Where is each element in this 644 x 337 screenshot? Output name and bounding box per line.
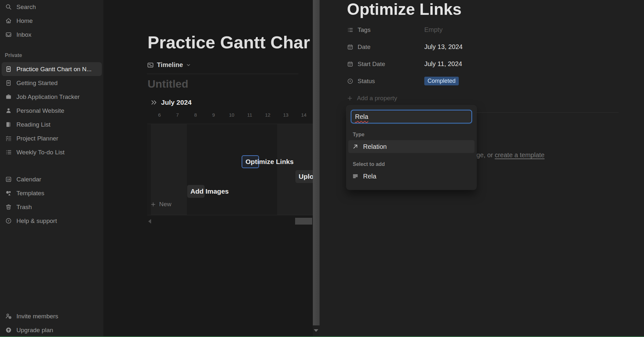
timeline-bar-label: Add Images bbox=[187, 188, 229, 195]
sidebar-item-label: Search bbox=[16, 4, 36, 11]
sidebar-item-weekly-todo[interactable]: Weekly To-do List bbox=[2, 145, 102, 159]
add-property-label: Add a property bbox=[357, 95, 397, 102]
sidebar-item-getting-started[interactable]: Getting Started bbox=[2, 76, 102, 90]
day-header: 6 bbox=[150, 112, 168, 118]
property-value-date[interactable]: July 13, 2024 bbox=[424, 43, 463, 51]
property-name-input[interactable]: Rela bbox=[351, 110, 472, 123]
timeline-bar-optimize-links[interactable]: Optimize Links bbox=[242, 155, 259, 168]
sidebar-item-personal-website[interactable]: Personal Website bbox=[2, 104, 102, 118]
property-row-date: Date July 13, 2024 bbox=[347, 38, 619, 55]
popup-select-header: Select to add bbox=[353, 161, 470, 167]
popup-option-rela[interactable]: Rela bbox=[348, 170, 475, 183]
sidebar-item-reading-list[interactable]: Reading List bbox=[2, 118, 102, 131]
popup-type-header: Type bbox=[353, 132, 470, 138]
sidebar-item-help[interactable]: ? Help & support bbox=[2, 214, 102, 228]
day-header: 7 bbox=[168, 112, 187, 118]
property-row-tags: Tags Empty bbox=[347, 21, 619, 38]
notion-app: Search Home Inbox Private Practice Gantt… bbox=[0, 0, 644, 337]
property-value-tags[interactable]: Empty bbox=[424, 26, 443, 34]
calendar-18-icon: 18 bbox=[5, 176, 12, 183]
property-label-status[interactable]: Status bbox=[347, 78, 424, 85]
day-header: 10 bbox=[223, 112, 241, 118]
sidebar-item-search[interactable]: Search bbox=[2, 0, 102, 14]
sidebar-item-project-planner[interactable]: Project Planner bbox=[2, 131, 102, 145]
timeline-new-button[interactable]: New bbox=[150, 201, 171, 208]
property-name: Date bbox=[358, 43, 370, 51]
timeline-bar-upload[interactable]: Uplo bbox=[295, 170, 314, 183]
peek-panel: Optimize Links Tags Empty Date bbox=[320, 0, 644, 337]
sidebar-item-practice-gantt[interactable]: Practice Gantt Chart on N... bbox=[2, 62, 102, 76]
new-property-popup: Rela Type Relation Select to add Rela bbox=[346, 105, 476, 190]
double-chevron-right-icon[interactable] bbox=[150, 99, 158, 106]
sidebar-item-job-tracker[interactable]: Job Application Tracker bbox=[2, 90, 102, 104]
popup-option-label: Rela bbox=[363, 173, 376, 180]
timeline-bar-add-images[interactable]: Add Images bbox=[187, 185, 205, 198]
person-icon bbox=[5, 107, 12, 114]
scroll-down-arrow-icon[interactable] bbox=[314, 329, 318, 332]
day-header: 12 bbox=[259, 112, 277, 118]
sidebar-item-label: Invite members bbox=[16, 313, 58, 320]
calendar-icon bbox=[347, 44, 353, 50]
create-template-link[interactable]: create a template bbox=[495, 151, 545, 159]
property-list: Tags Empty Date July 13, 2024 bbox=[347, 21, 619, 107]
day-header: 11 bbox=[241, 112, 259, 118]
trash-icon bbox=[5, 204, 12, 211]
add-property-button[interactable]: Add a property bbox=[347, 90, 619, 107]
status-icon bbox=[347, 78, 353, 84]
tab-timeline[interactable]: Timeline bbox=[147, 61, 191, 69]
sidebar-item-inbox[interactable]: Inbox bbox=[2, 28, 102, 42]
sidebar-item-label: Help & support bbox=[16, 217, 57, 225]
private-section-label: Private bbox=[5, 53, 99, 58]
sidebar-item-label: Project Planner bbox=[16, 135, 58, 142]
sidebar-item-templates[interactable]: Templates bbox=[2, 186, 102, 200]
sidebar-item-label: Upgrade plan bbox=[16, 327, 53, 334]
property-label-date[interactable]: Date bbox=[347, 43, 424, 51]
property-value-status[interactable]: Completed bbox=[424, 77, 459, 85]
status-badge[interactable]: Completed bbox=[424, 77, 459, 85]
timeline-bar-label: Uplo bbox=[295, 173, 314, 180]
page-title[interactable]: Practice Gantt Char bbox=[148, 32, 310, 52]
timeline-body: Optimize Links Uplo Add Images New bbox=[147, 124, 314, 215]
property-value-start-date[interactable]: July 11, 2024 bbox=[424, 60, 462, 68]
sidebar-item-invite-members[interactable]: Invite members bbox=[2, 309, 102, 323]
timeline-month-label: July 2024 bbox=[161, 99, 192, 106]
property-label-start-date[interactable]: Start Date bbox=[347, 61, 424, 68]
hint-text: ge, or bbox=[476, 151, 495, 159]
page-icon bbox=[5, 80, 12, 87]
book-icon bbox=[5, 121, 12, 128]
weekend-shading bbox=[277, 124, 313, 215]
peek-page-title[interactable]: Optimize Links bbox=[347, 0, 462, 19]
sidebar-item-calendar[interactable]: 18 Calendar bbox=[2, 172, 102, 186]
chevron-down-icon[interactable] bbox=[186, 63, 191, 68]
popup-option-label: Relation bbox=[363, 143, 387, 150]
property-row-status: Status Completed bbox=[347, 72, 619, 90]
sidebar-item-label: Weekly To-do List bbox=[16, 149, 64, 156]
popup-option-relation[interactable]: Relation bbox=[348, 140, 475, 153]
timeline-board-title[interactable]: Untitled bbox=[148, 78, 188, 90]
scroll-left-arrow-icon[interactable] bbox=[148, 219, 151, 224]
tab-divider bbox=[147, 74, 298, 74]
sidebar-item-home[interactable]: Home bbox=[2, 14, 102, 28]
vertical-scrollbar-thumb[interactable] bbox=[313, 0, 320, 325]
horizontal-scrollbar-thumb[interactable] bbox=[295, 218, 312, 225]
day-header: 8 bbox=[187, 112, 205, 118]
shapes-icon bbox=[5, 190, 12, 197]
property-name: Tags bbox=[358, 26, 370, 34]
property-name-input-value: Rela bbox=[355, 113, 368, 120]
sidebar-item-trash[interactable]: Trash bbox=[2, 200, 102, 214]
sidebar-item-label: Trash bbox=[16, 204, 32, 211]
page-icon bbox=[5, 66, 12, 73]
bulleted-list-icon bbox=[347, 27, 353, 33]
day-header: 14 bbox=[295, 112, 313, 118]
inbox-icon bbox=[5, 31, 12, 38]
empty-page-hint: ge, or create a template bbox=[476, 151, 544, 159]
sidebar-item-upgrade-plan[interactable]: Upgrade plan bbox=[2, 323, 102, 337]
property-label-tags[interactable]: Tags bbox=[347, 26, 424, 34]
search-icon bbox=[5, 4, 12, 11]
view-tab-label: Timeline bbox=[157, 61, 183, 69]
timeline-bottom-divider bbox=[147, 215, 314, 215]
vertical-scrollbar-track[interactable] bbox=[313, 0, 320, 337]
relation-icon bbox=[352, 143, 359, 150]
invite-member-icon bbox=[5, 313, 12, 320]
calendar-icon bbox=[347, 61, 353, 67]
